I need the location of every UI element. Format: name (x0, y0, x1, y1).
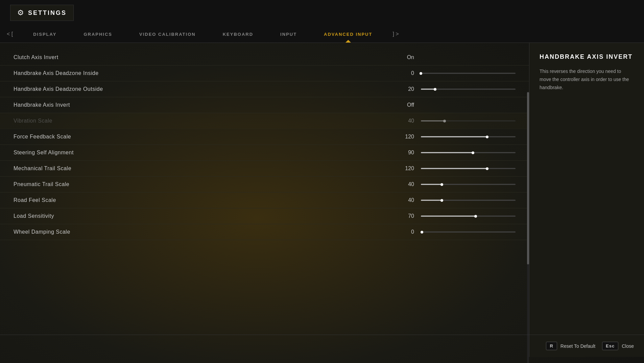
tab-advanced-input[interactable]: ADVANCED INPUT (310, 26, 386, 42)
setting-row[interactable]: Pneumatic Trail Scale40 (0, 177, 529, 192)
setting-value: 0 (394, 70, 414, 76)
slider-track (421, 136, 516, 137)
setting-value: 20 (394, 86, 414, 92)
header: ⚙ SETTINGS (0, 0, 644, 26)
setting-row[interactable]: Load Sensitivity70 (0, 208, 529, 224)
settings-list: Clutch Axis InvertOnHandbrake Axis Deadz… (0, 43, 529, 357)
slider-container[interactable] (421, 199, 516, 201)
slider-fill (421, 168, 487, 169)
slider-track (421, 168, 516, 169)
setting-name: Force Feedback Scale (14, 134, 394, 140)
setting-name: Vibration Scale (14, 118, 394, 124)
tab-input[interactable]: INPUT (267, 26, 310, 42)
close-key-badge: Esc (602, 342, 618, 350)
slider-fill (421, 200, 442, 201)
slider-track (421, 89, 516, 90)
setting-value: 120 (394, 165, 414, 172)
tab-keyboard[interactable]: KEYBOARD (209, 26, 267, 42)
tab-display[interactable]: DISPLAY (20, 26, 70, 42)
setting-row[interactable]: Force Feedback Scale120 (0, 129, 529, 145)
setting-row[interactable]: Handbrake Axis InvertOff (0, 97, 529, 113)
reset-label: Reset To Default (560, 343, 595, 349)
slider-thumb[interactable] (472, 151, 474, 154)
setting-row[interactable]: Handbrake Axis Deadzone Outside20 (0, 81, 529, 97)
scrollbar-thumb[interactable] (527, 92, 529, 264)
reset-key-badge: R (546, 342, 557, 350)
setting-name: Clutch Axis Invert (14, 54, 394, 60)
slider-track (421, 152, 516, 153)
slider-thumb[interactable] (420, 72, 422, 75)
setting-value: Off (394, 102, 414, 108)
slider-container[interactable] (421, 152, 516, 154)
setting-name: Handbrake Axis Invert (14, 102, 394, 108)
setting-row[interactable]: Wheel Damping Scale0 (0, 224, 529, 240)
slider-thumb[interactable] (440, 183, 443, 186)
setting-value: On (394, 54, 414, 60)
setting-value: 40 (394, 197, 414, 203)
slider-fill (421, 216, 476, 217)
setting-row[interactable]: Clutch Axis InvertOn (0, 50, 529, 66)
main-content: Clutch Axis InvertOnHandbrake Axis Deadz… (0, 43, 644, 357)
reset-button[interactable]: R Reset To Default (546, 342, 595, 350)
setting-value: 40 (394, 118, 414, 124)
slider-track (421, 121, 516, 122)
settings-title-box: ⚙ SETTINGS (10, 5, 74, 21)
setting-name: Load Sensitivity (14, 213, 394, 219)
slider-fill (421, 121, 445, 122)
setting-value: 70 (394, 213, 414, 219)
slider-container[interactable] (421, 215, 516, 217)
slider-track (421, 232, 516, 233)
scrollbar[interactable] (527, 92, 529, 363)
slider-container[interactable] (421, 183, 516, 185)
settings-heading: SETTINGS (28, 9, 67, 17)
setting-name: Road Feel Scale (14, 197, 394, 203)
slider-fill (421, 136, 487, 137)
nav-tabs: < [ DISPLAY GRAPHICS VIDEO CALIBRATION K… (0, 26, 644, 43)
slider-thumb[interactable] (486, 167, 488, 170)
slider-track (421, 184, 516, 185)
slider-thumb[interactable] (443, 120, 446, 122)
slider-thumb[interactable] (474, 215, 477, 217)
slider-fill (421, 152, 473, 153)
slider-track (421, 216, 516, 217)
slider-container[interactable] (421, 136, 516, 138)
slider-container[interactable] (421, 120, 516, 122)
nav-next-button[interactable]: ] > (386, 26, 405, 43)
slider-container[interactable] (421, 167, 516, 170)
setting-row[interactable]: Vibration Scale40 (0, 113, 529, 129)
close-button[interactable]: Esc Close (602, 342, 634, 350)
close-label: Close (622, 343, 634, 349)
setting-name: Handbrake Axis Deadzone Outside (14, 86, 394, 92)
settings-icon: ⚙ (17, 8, 24, 17)
setting-value: 90 (394, 150, 414, 156)
setting-name: Handbrake Axis Deadzone Inside (14, 70, 394, 76)
setting-row[interactable]: Handbrake Axis Deadzone Inside0 (0, 66, 529, 81)
setting-name: Mechanical Trail Scale (14, 165, 394, 172)
slider-thumb[interactable] (486, 135, 488, 138)
nav-prev-button[interactable]: < [ (0, 26, 20, 43)
setting-value: 40 (394, 181, 414, 187)
tab-graphics[interactable]: GRAPHICS (70, 26, 126, 42)
slider-container[interactable] (421, 231, 516, 233)
slider-fill (421, 184, 442, 185)
slider-container[interactable] (421, 72, 516, 74)
setting-row[interactable]: Mechanical Trail Scale120 (0, 161, 529, 177)
tab-video-calibration[interactable]: VIDEO CALIBRATION (126, 26, 209, 42)
setting-value: 0 (394, 229, 414, 235)
setting-row[interactable]: Road Feel Scale40 (0, 192, 529, 208)
setting-name: Pneumatic Trail Scale (14, 181, 394, 187)
setting-name: Steering Self Alignment (14, 150, 394, 156)
right-panel: HANDBRAKE AXIS INVERT This reverses the … (529, 43, 644, 357)
slider-track (421, 200, 516, 201)
panel-description: This reverses the direction you need to … (540, 68, 634, 92)
setting-value: 120 (394, 134, 414, 140)
slider-thumb[interactable] (434, 88, 436, 90)
panel-title: HANDBRAKE AXIS INVERT (540, 53, 634, 61)
setting-name: Wheel Damping Scale (14, 229, 394, 235)
slider-fill (421, 89, 435, 90)
slider-thumb[interactable] (440, 199, 443, 202)
slider-track (421, 73, 516, 74)
setting-row[interactable]: Steering Self Alignment90 (0, 145, 529, 161)
slider-container[interactable] (421, 88, 516, 90)
slider-thumb[interactable] (421, 231, 423, 233)
